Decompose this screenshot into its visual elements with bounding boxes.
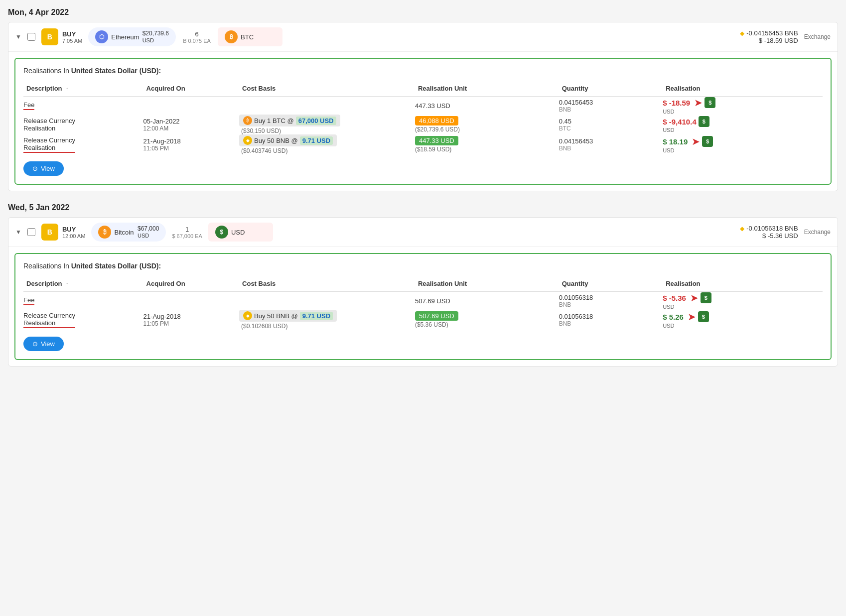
usd-icon: $ [705,97,715,108]
cost-basis-cell [239,97,415,115]
exchange-label: Exchange [804,33,831,40]
col-header-costbasis: Cost Basis [239,276,415,292]
cost-basis-cell: ◆ Buy 50 BNB @ 9.71 USD ($0.403746 USD) [239,134,415,154]
desc-cell: Release CurrencyRealisation [23,134,143,154]
table-row: Release CurrencyRealisation 21-Aug-2018 … [23,310,823,330]
asset-icon: ⬡ [95,30,108,43]
col-header-qty: Quantity [559,81,663,97]
quantity-cell: 0.01056318 BNB [559,310,663,330]
acquired-cell: 21-Aug-2018 11:05 PM [143,310,239,330]
view-button[interactable]: ⊙ View [23,337,64,351]
quantity-cell: 0.45 BTC [559,115,663,134]
realisations-table: Description ↑ Acquired On Cost Basis Rea… [23,276,823,330]
realisation-unit-cell: 507.69 USD($5.36 USD) [415,310,559,330]
result-asset-name: USD [231,229,245,236]
sort-icon[interactable]: ↑ [66,86,68,92]
realisation-unit-cell: 447.33 USD [415,97,559,115]
col-header-desc: Description ↑ [23,276,143,292]
exchange-logo: B [41,28,58,45]
usd-icon: $ [702,136,713,147]
col-header-acquired: Acquired On [143,276,239,292]
usd-icon: $ [701,292,711,303]
realisation-cell: $ -5.36 ➤ $ USD [663,292,823,310]
gain-loss-display: ◆ -0.04156453 BNB $ -18.59 USD [718,29,798,44]
cost-basis-cell: ₿ Buy 1 BTC @ 67,000 USD ($30,150 USD) [239,115,415,134]
date-header: Wed, 5 Jan 2022 [8,203,838,212]
realisation-unit-cell: 46,088 USD($20,739.6 USD) [415,115,559,134]
realisations-table: Description ↑ Acquired On Cost Basis Rea… [23,81,823,154]
quantity-display: 6 B 0.075 EA [182,30,212,44]
action-badge: B BUY 12:00 AM [41,224,85,241]
quantity-cell: 0.04156453 BNB [559,134,663,154]
realisation-cell: $ 18.19 ➤ $ USD [663,134,823,154]
usd-gain: $ -18.59 USD [718,37,798,44]
exchange-logo: B [41,224,58,241]
transaction-block: ▼ B BUY 7:05 AM ⬡ Ethereum $20,739.6USD [8,22,838,191]
realisation-panel: Realisations In United States Dollar (US… [14,253,832,360]
usd-gain: $ -5.36 USD [718,232,798,240]
view-button[interactable]: ⊙ View [23,161,64,176]
quantity-cell: 0.01056318 BNB [559,292,663,310]
transaction-checkbox[interactable] [27,33,35,41]
acquired-cell [143,292,239,310]
chevron-down-icon[interactable]: ▼ [15,33,21,40]
realisation-panel: Realisations In United States Dollar (US… [14,58,832,185]
realisation-title: Realisations In United States Dollar (US… [23,262,823,270]
date-header: Mon, 4 Apr 2022 [8,8,838,17]
table-row: Fee 447.33 USD 0.04156453 BNB $ -18.59 ➤ [23,97,823,115]
result-asset-name: BTC [241,33,254,41]
realisation-unit-cell: 507.69 USD [415,292,559,310]
col-header-realisation: Realisation [663,81,823,97]
view-icon: ⊙ [32,340,38,348]
asset-name: Ethereum [111,33,139,41]
table-row: Release CurrencyRealisation 21-Aug-2018 … [23,134,823,154]
col-header-acquired: Acquired On [143,81,239,97]
table-row: Release CurrencyRealisation 05-Jan-2022 … [23,115,823,134]
usd-icon: $ [698,311,709,322]
realisation-cell: $ -18.59 ➤ $ USD [663,97,823,115]
col-header-realunit: Realisation Unit [415,276,559,292]
realisation-unit-cell: 447.33 USD($18.59 USD) [415,134,559,154]
transaction-row: ▼ B BUY 12:00 AM ₿ Bitcoin $67,000USD [8,218,838,247]
desc-cell: Release CurrencyRealisation [23,310,143,330]
result-pill: $ USD [208,223,273,242]
result-icon: $ [215,226,228,239]
transaction-checkbox[interactable] [27,228,35,236]
cost-basis-cell [239,292,415,310]
asset-price: $67,000USD [138,225,159,239]
asset-name: Bitcoin [114,229,134,236]
realisation-cell: $ 5.26 ➤ $ USD [663,310,823,330]
table-row: Fee 507.69 USD 0.01056318 BNB $ -5.36 ➤ [23,292,823,310]
result-icon: ₿ [225,30,238,43]
sort-icon[interactable]: ↑ [66,281,68,287]
realisation-title: Realisations In United States Dollar (US… [23,67,823,75]
quantity-display: 1 $ 67,000 EA [172,226,202,239]
realisation-cell: $ -9,410.4 $ USD [663,115,823,134]
action-badge: B BUY 7:05 AM [41,28,82,45]
bnb-gain: -0.04156453 BNB [746,29,798,37]
transaction-row: ▼ B BUY 7:05 AM ⬡ Ethereum $20,739.6USD [8,22,838,52]
usd-icon: $ [699,116,709,127]
transaction-block: ▼ B BUY 12:00 AM ₿ Bitcoin $67,000USD [8,217,838,367]
result-pill: ₿ BTC [218,27,282,46]
acquired-cell: 21-Aug-2018 11:05 PM [143,134,239,154]
exchange-label: Exchange [804,229,831,236]
asset-price: $20,739.6USD [142,30,169,44]
col-header-costbasis: Cost Basis [239,81,415,97]
desc-cell: Fee [23,292,143,310]
asset-pill: ⬡ Ethereum $20,739.6USD [88,27,176,46]
desc-cell: Release CurrencyRealisation [23,115,143,134]
view-label: View [41,340,55,348]
col-header-qty: Quantity [559,276,663,292]
gain-loss-display: ◆ -0.01056318 BNB $ -5.36 USD [718,225,798,240]
col-header-desc: Description ↑ [23,81,143,97]
desc-cell: Fee [23,97,143,115]
view-icon: ⊙ [32,165,38,172]
chevron-down-icon[interactable]: ▼ [15,229,21,236]
acquired-cell: 05-Jan-2022 12:00 AM [143,115,239,134]
cost-basis-cell: ◆ Buy 50 BNB @ 9.71 USD ($0.102608 USD) [239,310,415,330]
bnb-gain: -0.01056318 BNB [746,225,798,232]
quantity-cell: 0.04156453 BNB [559,97,663,115]
asset-icon: ₿ [98,226,111,239]
acquired-cell [143,97,239,115]
